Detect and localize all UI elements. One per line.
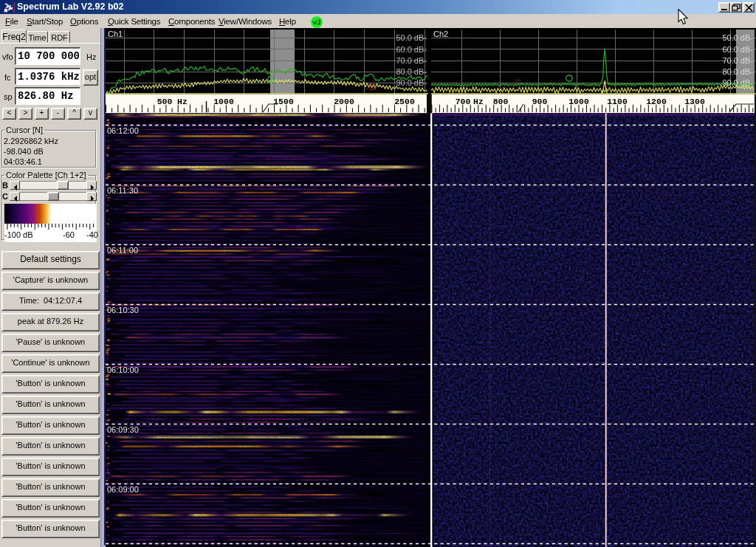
- svg-text:1300: 1300: [684, 97, 705, 106]
- svg-text:06:09:30: 06:09:30: [107, 425, 139, 434]
- svg-text:60.0 dB-: 60.0 dB-: [722, 45, 753, 54]
- svg-text:06:12:00: 06:12:00: [107, 126, 139, 135]
- svg-text:2500: 2500: [394, 97, 415, 106]
- svg-text:06:11:00: 06:11:00: [107, 246, 138, 255]
- svg-text:1100: 1100: [607, 97, 628, 106]
- svg-text:1000: 1000: [568, 97, 589, 106]
- svg-text:90.0 dB-: 90.0 dB-: [722, 78, 753, 87]
- svg-text:70.0 dB-: 70.0 dB-: [722, 56, 753, 65]
- svg-text:06:10:30: 06:10:30: [107, 306, 139, 314]
- svg-text:Hz: Hz: [473, 97, 484, 106]
- svg-text:700: 700: [456, 97, 471, 106]
- svg-text:800: 800: [493, 97, 509, 106]
- svg-text:900: 900: [532, 97, 548, 106]
- svg-text:50.0 dB-: 50.0 dB-: [396, 33, 427, 42]
- svg-text:80.0 dB-: 80.0 dB-: [396, 67, 427, 76]
- svg-text:90.0 dB-: 90.0 dB-: [396, 78, 427, 87]
- svg-text:Ch2: Ch2: [433, 30, 448, 38]
- svg-text:Hz: Hz: [177, 97, 188, 106]
- svg-text:06:09:00: 06:09:00: [107, 485, 139, 494]
- svg-text:A: A: [4, 9, 7, 13]
- svg-text:1000: 1000: [213, 97, 234, 106]
- svg-text:1200: 1200: [646, 97, 667, 106]
- svg-text:50.0 dB-: 50.0 dB-: [722, 33, 753, 42]
- svg-text:06:10:00: 06:10:00: [107, 365, 139, 374]
- svg-text:2000: 2000: [334, 97, 354, 106]
- svg-text:500: 500: [157, 97, 173, 106]
- svg-text:80.0 dB-: 80.0 dB-: [722, 67, 753, 76]
- svg-text:70.0 dB-: 70.0 dB-: [396, 56, 427, 65]
- svg-text:1500: 1500: [273, 97, 294, 106]
- svg-text:06:11:30: 06:11:30: [107, 186, 138, 195]
- svg-text:60.0 dB-: 60.0 dB-: [396, 45, 427, 54]
- svg-text:Ch1: Ch1: [108, 30, 123, 38]
